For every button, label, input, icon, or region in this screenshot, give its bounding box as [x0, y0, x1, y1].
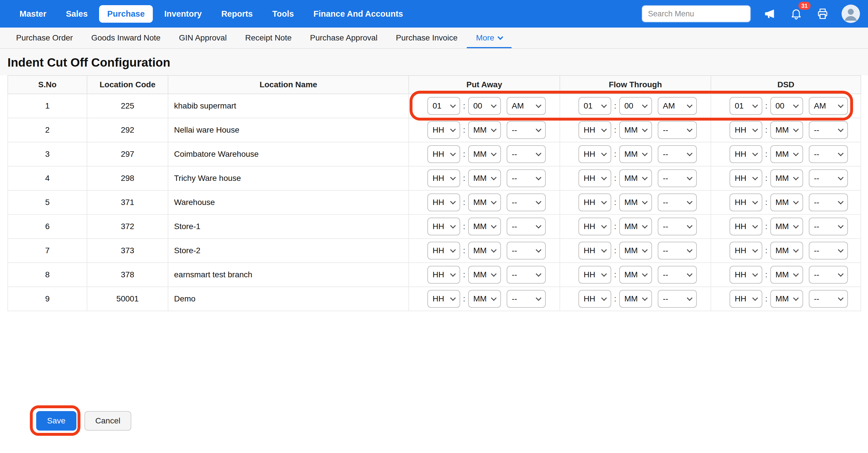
flow-through-ap-select[interactable]: -- — [658, 290, 697, 308]
flow-through-mm-select[interactable]: MM — [619, 145, 652, 163]
dsd-hh-select[interactable]: 01 — [730, 97, 762, 115]
dsd-hh-select[interactable]: HH — [730, 145, 762, 163]
dsd-hh-select[interactable]: HH — [730, 266, 762, 284]
flow-through-ap-select[interactable]: -- — [658, 145, 697, 163]
put-away-hh-select[interactable]: HH — [427, 242, 460, 260]
cancel-button[interactable]: Cancel — [85, 411, 131, 431]
flow-through-mm-select[interactable]: MM — [619, 290, 652, 308]
put-away-mm-select[interactable]: MM — [468, 169, 501, 187]
put-away-ap-select[interactable]: -- — [507, 266, 546, 284]
flow-through-hh-select[interactable]: HH — [579, 266, 611, 284]
nav-item-sales[interactable]: Sales — [58, 5, 96, 23]
nav-item-tools[interactable]: Tools — [264, 5, 302, 23]
put-away-ap-select[interactable]: -- — [507, 121, 546, 139]
put-away-ap-select[interactable]: -- — [507, 169, 546, 187]
dsd-mm-select[interactable]: MM — [770, 121, 803, 139]
nav-item-purchase[interactable]: Purchase — [99, 5, 153, 23]
dsd-mm-select[interactable]: MM — [770, 193, 803, 211]
put-away-hh-select[interactable]: HH — [427, 266, 460, 284]
dsd-hh-select[interactable]: HH — [730, 193, 762, 211]
flow-through-ap-select[interactable]: -- — [658, 193, 697, 211]
put-away-hh-select[interactable]: HH — [427, 218, 460, 235]
put-away-hh-select[interactable]: 01 — [427, 97, 460, 115]
announcement-icon[interactable] — [762, 6, 777, 21]
put-away-mm-select[interactable]: MM — [468, 290, 501, 308]
put-away-hh-select[interactable]: HH — [427, 169, 460, 187]
subnav-item-purchase-order[interactable]: Purchase Order — [7, 28, 82, 48]
subnav-item-gin-approval[interactable]: GIN Approval — [170, 28, 236, 48]
flow-through-mm-select[interactable]: MM — [619, 266, 652, 284]
put-away-ap-select[interactable]: -- — [507, 218, 546, 235]
nav-item-inventory[interactable]: Inventory — [156, 5, 210, 23]
dsd-mm-select[interactable]: MM — [770, 290, 803, 308]
flow-through-mm-select[interactable]: MM — [619, 242, 652, 260]
flow-through-ap-select[interactable]: -- — [658, 121, 697, 139]
flow-through-mm-select[interactable]: MM — [619, 169, 652, 187]
dsd-mm-select[interactable]: MM — [770, 266, 803, 284]
dsd-hh-select[interactable]: HH — [730, 290, 762, 308]
put-away-ap-select[interactable]: -- — [507, 242, 546, 260]
dsd-ap-select[interactable]: -- — [809, 218, 848, 235]
flow-through-hh-select[interactable]: HH — [579, 145, 611, 163]
subnav-item-purchase-invoice[interactable]: Purchase Invoice — [386, 28, 467, 48]
put-away-ap-select[interactable]: -- — [507, 193, 546, 211]
dsd-ap-select[interactable]: -- — [809, 290, 848, 308]
flow-through-ap-select[interactable]: -- — [658, 242, 697, 260]
flow-through-hh-select[interactable]: HH — [579, 290, 611, 308]
flow-through-ap-select[interactable]: -- — [658, 266, 697, 284]
flow-through-hh-select[interactable]: HH — [579, 169, 611, 187]
dsd-hh-select[interactable]: HH — [730, 169, 762, 187]
save-button[interactable]: Save — [36, 411, 76, 431]
dsd-ap-select[interactable]: -- — [809, 121, 848, 139]
flow-through-mm-select[interactable]: 00 — [619, 97, 652, 115]
put-away-ap-select[interactable]: -- — [507, 145, 546, 163]
flow-through-mm-select[interactable]: MM — [619, 193, 652, 211]
dsd-mm-select[interactable]: MM — [770, 242, 803, 260]
put-away-hh-select[interactable]: HH — [427, 145, 460, 163]
flow-through-mm-select[interactable]: MM — [619, 121, 652, 139]
put-away-mm-select[interactable]: MM — [468, 218, 501, 235]
dsd-mm-select[interactable]: 00 — [770, 97, 803, 115]
flow-through-hh-select[interactable]: HH — [579, 242, 611, 260]
dsd-ap-select[interactable]: -- — [809, 145, 848, 163]
flow-through-ap-select[interactable]: AM — [658, 97, 697, 115]
put-away-mm-select[interactable]: MM — [468, 242, 501, 260]
dsd-ap-select[interactable]: -- — [809, 266, 848, 284]
put-away-mm-select[interactable]: MM — [468, 145, 501, 163]
bell-icon[interactable]: 31 — [789, 6, 804, 21]
dsd-mm-select[interactable]: MM — [770, 218, 803, 235]
search-input[interactable] — [642, 5, 751, 22]
dsd-ap-select[interactable]: -- — [809, 242, 848, 260]
nav-item-finance-and-accounts[interactable]: Finance And Accounts — [305, 5, 411, 23]
subnav-item-goods-inward-note[interactable]: Goods Inward Note — [82, 28, 170, 48]
flow-through-mm-select[interactable]: MM — [619, 218, 652, 235]
dsd-hh-select[interactable]: HH — [730, 121, 762, 139]
flow-through-hh-select[interactable]: HH — [579, 193, 611, 211]
dsd-hh-select[interactable]: HH — [730, 242, 762, 260]
dsd-ap-select[interactable]: -- — [809, 193, 848, 211]
flow-through-hh-select[interactable]: HH — [579, 121, 611, 139]
printer-icon[interactable] — [815, 6, 830, 21]
dsd-ap-select[interactable]: AM — [809, 97, 848, 115]
subnav-item-purchase-approval[interactable]: Purchase Approval — [301, 28, 386, 48]
put-away-hh-select[interactable]: HH — [427, 121, 460, 139]
flow-through-ap-select[interactable]: -- — [658, 218, 697, 235]
put-away-ap-select[interactable]: -- — [507, 290, 546, 308]
put-away-mm-select[interactable]: 00 — [468, 97, 501, 115]
dsd-mm-select[interactable]: MM — [770, 145, 803, 163]
flow-through-hh-select[interactable]: 01 — [579, 97, 611, 115]
dsd-hh-select[interactable]: HH — [730, 218, 762, 235]
subnav-item-receipt-note[interactable]: Receipt Note — [236, 28, 301, 48]
subnav-item-more[interactable]: More — [467, 28, 512, 48]
flow-through-ap-select[interactable]: -- — [658, 169, 697, 187]
dsd-mm-select[interactable]: MM — [770, 169, 803, 187]
put-away-hh-select[interactable]: HH — [427, 193, 460, 211]
put-away-hh-select[interactable]: HH — [427, 290, 460, 308]
put-away-mm-select[interactable]: MM — [468, 266, 501, 284]
flow-through-hh-select[interactable]: HH — [579, 218, 611, 235]
user-avatar[interactable] — [842, 5, 860, 23]
dsd-ap-select[interactable]: -- — [809, 169, 848, 187]
put-away-mm-select[interactable]: MM — [468, 121, 501, 139]
put-away-ap-select[interactable]: AM — [507, 97, 546, 115]
nav-item-master[interactable]: Master — [11, 5, 55, 23]
